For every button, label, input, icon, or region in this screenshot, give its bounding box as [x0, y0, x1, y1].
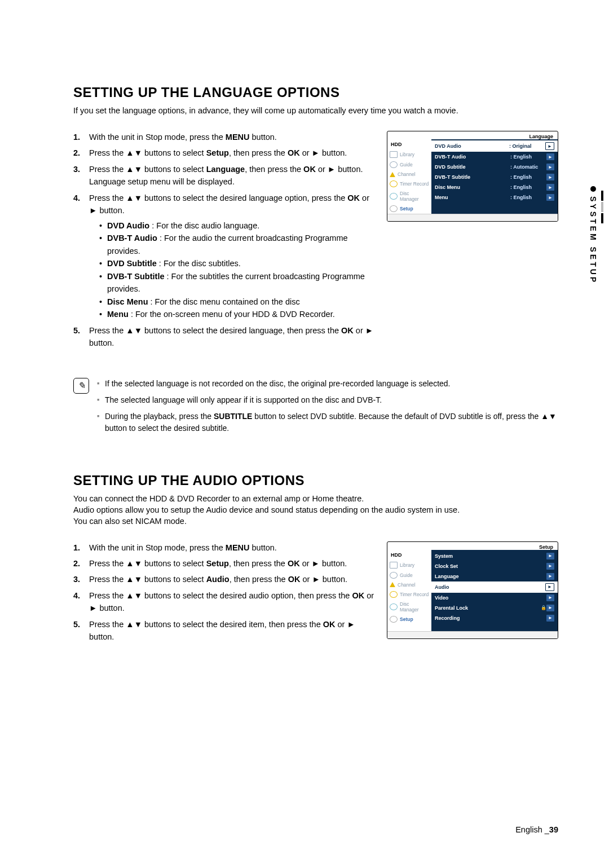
- osd-side-item: Library: [387, 560, 431, 570]
- steps-list: With the unit in Stop mode, press the ME…: [73, 541, 374, 644]
- note-item: If the selected language is not recorded…: [97, 378, 558, 390]
- timer-icon: [390, 180, 398, 187]
- step: Press the ▲▼ buttons to select Setup, th…: [73, 557, 374, 570]
- osd-sidebar: HDD Library Guide Channel Timer Record D…: [387, 550, 431, 631]
- chevron-right-icon: ►: [546, 164, 554, 170]
- bullet: DVB-T Audio : For the audio the current …: [99, 232, 374, 257]
- osd-row: Clock Set►: [431, 561, 558, 571]
- osd-row: Recording►: [431, 613, 558, 623]
- chevron-right-icon: ►: [545, 583, 554, 591]
- chevron-right-icon: ►: [545, 142, 554, 150]
- bullet: DVD Audio : For the disc audio language.: [99, 219, 374, 232]
- step: Press the ▲▼ buttons to select the desir…: [73, 589, 374, 615]
- osd-side-item: Library: [387, 149, 431, 160]
- manual-page: SYSTEM SETUP SETTING UP THE LANGUAGE OPT…: [0, 0, 609, 868]
- guide-icon: [390, 572, 398, 579]
- chevron-right-icon: ►: [546, 553, 554, 559]
- osd-language-screenshot: Language HDD Library Guide Channel Timer…: [387, 131, 558, 222]
- sub-bullets: DVD Audio : For the disc audio language.…: [99, 219, 374, 321]
- chevron-right-icon: ►: [546, 615, 554, 622]
- note-list: If the selected language is not recorded…: [97, 378, 558, 439]
- channel-icon: [390, 172, 395, 177]
- bullet-icon: [590, 186, 596, 192]
- side-index-bars: [601, 191, 603, 223]
- osd-row: DVD Subtitle: Automatic►: [431, 162, 558, 172]
- osd-side-item-selected: Setup: [387, 614, 431, 624]
- osd-main-list: System► Clock Set► Language► Audio► Vide…: [431, 550, 558, 631]
- osd-side-item: Disc Manager: [387, 600, 431, 614]
- osd-hdd-label: HDD: [387, 139, 431, 149]
- step: With the unit in Stop mode, press the ME…: [73, 131, 374, 143]
- library-icon: [390, 562, 398, 569]
- step: Press the ▲▼ buttons to select the desir…: [73, 192, 374, 321]
- osd-title: Language: [529, 134, 553, 139]
- section-intro: Audio options allow you to setup the Aud…: [73, 505, 558, 514]
- osd-footer-bar: [387, 631, 558, 638]
- note-item: During the playback, press the SUBTITLE …: [97, 411, 558, 434]
- osd-side-item: Timer Record: [387, 179, 431, 189]
- guide-icon: [390, 161, 398, 168]
- chevron-right-icon: ►: [546, 174, 554, 180]
- chevron-right-icon: ►: [546, 573, 554, 580]
- osd-side-item: Guide: [387, 160, 431, 170]
- osd-row: Disc Menu: English►: [431, 182, 558, 192]
- step: Press the ▲▼ buttons to select Language,…: [73, 163, 374, 188]
- section-intro: If you set the language options, in adva…: [73, 106, 558, 115]
- note-icon: ✎: [73, 378, 89, 394]
- osd-title: Setup: [539, 544, 553, 550]
- step: Press the ▲▼ buttons to select Setup, th…: [73, 147, 374, 159]
- step: With the unit in Stop mode, press the ME…: [73, 541, 374, 554]
- osd-row: Menu: English►: [431, 192, 558, 202]
- osd-row: Parental Lock🔒►: [431, 603, 558, 613]
- bullet: Menu : For the on-screen menu of your HD…: [99, 308, 374, 320]
- step: Press the ▲▼ buttons to select the desir…: [73, 618, 374, 644]
- footer-lang: English: [515, 825, 542, 834]
- side-tab: SYSTEM SETUP: [589, 186, 598, 284]
- osd-row: DVB-T Subtitle: English►: [431, 172, 558, 182]
- setup-icon: [390, 205, 398, 212]
- lock-icon: 🔒: [541, 605, 546, 610]
- bullet: DVB-T Subtitle : For the subtitles the c…: [99, 270, 374, 296]
- osd-main-list: DVD Audio: Original► DVB-T Audio: Englis…: [431, 139, 558, 214]
- section-intro: You can also set NICAM mode.: [73, 517, 558, 526]
- osd-row-selected: Audio►: [431, 581, 558, 593]
- step: Press the ▲▼ buttons to select Audio, th…: [73, 573, 374, 585]
- note-item: The selected language will only appear i…: [97, 394, 558, 406]
- osd-row: DVB-T Audio: English►: [431, 152, 558, 162]
- osd-setup-screenshot: Setup HDD Library Guide Channel Timer Re…: [387, 541, 558, 639]
- osd-row: Language►: [431, 571, 558, 581]
- timer-icon: [390, 591, 398, 598]
- osd-row: Video►: [431, 593, 558, 603]
- note-block: ✎ If the selected language is not record…: [73, 378, 558, 439]
- library-icon: [390, 151, 398, 158]
- osd-row-selected: DVD Audio: Original►: [431, 140, 558, 152]
- osd-side-item: Guide: [387, 570, 431, 580]
- side-tab-label: SYSTEM SETUP: [589, 196, 598, 284]
- osd-sidebar: HDD Library Guide Channel Timer Record D…: [387, 139, 431, 214]
- osd-side-item: Channel: [387, 580, 431, 589]
- section-heading: SETTING UP THE LANGUAGE OPTIONS: [73, 85, 558, 100]
- step: Press the ▲▼ buttons to select the desir…: [73, 324, 374, 350]
- setup-icon: [390, 616, 398, 623]
- osd-side-item: Channel: [387, 170, 431, 179]
- osd-hdd-label: HDD: [387, 550, 431, 560]
- chevron-right-icon: ►: [546, 194, 554, 201]
- disc-icon: [390, 193, 398, 200]
- channel-icon: [390, 582, 395, 587]
- bullet: Disc Menu : For the disc menu contained …: [99, 296, 374, 308]
- steps-list: With the unit in Stop mode, press the ME…: [73, 131, 374, 350]
- chevron-right-icon: ►: [546, 153, 554, 160]
- bullet: DVD Subtitle : For the disc subtitles.: [99, 257, 374, 270]
- chevron-right-icon: ►: [546, 605, 554, 611]
- chevron-right-icon: ►: [546, 594, 554, 601]
- osd-side-item: Timer Record: [387, 589, 431, 600]
- osd-side-item: Disc Manager: [387, 189, 431, 204]
- page-footer: English _39: [515, 825, 558, 834]
- osd-row: System►: [431, 551, 558, 561]
- section-intro: You can connect the HDD & DVD Recorder t…: [73, 494, 558, 503]
- osd-side-item-selected: Setup: [387, 204, 431, 214]
- chevron-right-icon: ►: [546, 184, 554, 191]
- disc-icon: [390, 603, 398, 610]
- chevron-right-icon: ►: [546, 563, 554, 570]
- footer-page: 39: [549, 825, 558, 834]
